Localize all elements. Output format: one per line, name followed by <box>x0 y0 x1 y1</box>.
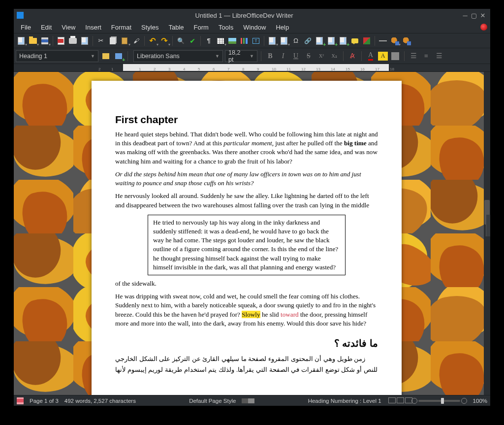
menu-view[interactable]: View <box>57 22 80 33</box>
status-heading-numbering[interactable]: Heading Numbering : Level 1 <box>308 398 381 404</box>
text-frame[interactable]: He tried to nervously tap his way along … <box>148 215 346 275</box>
menu-form[interactable]: Form <box>189 22 213 33</box>
menu-insert[interactable]: Insert <box>80 22 106 33</box>
font-color-button[interactable]: A <box>365 51 376 62</box>
minimize-button[interactable]: ─ <box>461 12 470 19</box>
body-paragraph[interactable]: Or did the steps behind him mean that on… <box>115 170 378 188</box>
menu-tools[interactable]: Tools <box>214 22 238 33</box>
insert-image-button[interactable] <box>227 35 238 46</box>
align-left-button[interactable]: ☰ <box>408 51 419 62</box>
app-window: Untitled 1 — LibreOfficeDev Writer ─ ▢ ✕… <box>14 9 490 406</box>
status-zoom[interactable]: 100% <box>473 398 487 404</box>
body-paragraph[interactable]: He was dripping with sweat now, cold and… <box>115 292 378 328</box>
font-name-value: Liberation Sans <box>137 53 212 60</box>
status-page-style[interactable]: Default Page Style <box>189 398 236 404</box>
insert-textbox-button[interactable] <box>251 35 261 46</box>
bold-button[interactable]: B <box>265 51 276 62</box>
separator <box>172 36 173 46</box>
highlighted-text: Slowly <box>242 311 260 318</box>
copy-button[interactable] <box>107 35 118 46</box>
insert-chart-button[interactable] <box>239 35 250 46</box>
track-changes-button[interactable] <box>361 35 372 46</box>
print-preview-button[interactable] <box>79 35 90 46</box>
insert-comment-button[interactable] <box>349 35 360 46</box>
insert-special-char-button[interactable]: Ω <box>290 35 301 46</box>
align-center-button[interactable]: ≡ <box>421 51 432 62</box>
italic-button[interactable]: I <box>278 51 288 62</box>
separator <box>127 51 128 61</box>
show-draw-functions-button[interactable] <box>401 35 412 46</box>
insert-cross-ref-button[interactable] <box>338 35 348 46</box>
insert-table-button[interactable] <box>215 35 226 46</box>
menu-table[interactable]: Table <box>163 22 189 33</box>
formatting-marks-button[interactable]: ¶ <box>203 35 214 46</box>
insert-line-button[interactable] <box>378 35 388 46</box>
undo-button[interactable] <box>147 35 158 46</box>
separator <box>200 36 201 46</box>
font-name-combo[interactable]: Liberation Sans ▼ <box>133 50 223 62</box>
status-language-indicator[interactable] <box>242 398 254 403</box>
status-word-count[interactable]: 492 words, 2,527 characters <box>64 398 136 404</box>
sidebar-toggle-handle[interactable] <box>486 215 490 236</box>
close-button[interactable]: ✕ <box>478 12 487 19</box>
save-status-icon[interactable] <box>17 397 24 404</box>
body-paragraph[interactable]: He heard quiet steps behind. That didn't… <box>115 130 378 166</box>
align-right-button[interactable]: ☰ <box>434 51 444 62</box>
insert-footnote-button[interactable] <box>314 35 325 46</box>
clone-formatting-button[interactable] <box>131 35 142 46</box>
menu-edit[interactable]: Edit <box>36 22 57 33</box>
underline-button[interactable]: U <box>290 51 301 62</box>
body-paragraph[interactable]: He nervously looked all around. Suddenly… <box>115 192 378 209</box>
open-button[interactable] <box>28 35 38 46</box>
update-style-button[interactable] <box>100 51 111 62</box>
highlight-color-button[interactable]: A <box>378 52 388 61</box>
subscript-button[interactable]: X₂ <box>329 51 340 62</box>
view-layout-icons[interactable] <box>387 397 412 404</box>
spellcheck-button[interactable] <box>187 35 198 46</box>
separator <box>53 36 53 46</box>
horizontal-ruler[interactable]: 2 1 1 2 3 4 5 6 7 8 9 10 11 12 13 14 15 … <box>14 64 490 72</box>
export-pdf-button[interactable] <box>56 35 66 46</box>
menu-styles[interactable]: Styles <box>136 22 163 33</box>
close-document-icon[interactable] <box>480 24 487 31</box>
menu-window[interactable]: Window <box>238 22 271 33</box>
insert-field-button[interactable] <box>279 35 289 46</box>
separator <box>375 36 375 46</box>
cut-button[interactable] <box>95 35 106 46</box>
find-replace-button[interactable] <box>175 35 186 46</box>
heading-arabic[interactable]: ما فائدته ؟ <box>115 337 378 351</box>
paste-button[interactable] <box>119 35 130 46</box>
redo-button[interactable] <box>159 35 170 46</box>
body-paragraph[interactable]: of the sidewalk. <box>115 279 378 288</box>
heading-1[interactable]: First chapter <box>115 113 378 127</box>
insert-pagebreak-button[interactable] <box>267 35 278 46</box>
separator <box>93 36 93 46</box>
chevron-down-icon: ▼ <box>250 54 254 59</box>
font-size-combo[interactable]: 18,2 pt ▼ <box>225 50 257 62</box>
document-page[interactable]: First chapter He heard quiet steps behin… <box>92 81 402 395</box>
insert-hyperlink-button[interactable] <box>302 35 313 46</box>
status-page[interactable]: Page 1 of 3 <box>30 398 59 404</box>
basic-shapes-button[interactable] <box>389 35 400 46</box>
char-background-button[interactable]: A <box>390 51 401 62</box>
menu-file[interactable]: File <box>16 22 36 33</box>
zoom-slider[interactable] <box>418 400 460 402</box>
maximize-button[interactable]: ▢ <box>470 12 478 19</box>
menu-help[interactable]: Help <box>271 22 294 33</box>
menu-format[interactable]: Format <box>106 22 136 33</box>
new-style-button[interactable] <box>113 51 124 62</box>
chevron-down-icon: ▼ <box>91 54 95 59</box>
body-paragraph-arabic[interactable]: زمن طويل وهي أن المحتوى المقروء لصفحة ما… <box>115 354 378 376</box>
separator <box>264 36 264 46</box>
superscript-button[interactable]: X² <box>316 51 327 62</box>
clear-formatting-button[interactable]: A̷ <box>347 51 358 62</box>
separator <box>404 51 405 61</box>
insert-bookmark-button[interactable] <box>326 35 337 46</box>
save-button[interactable] <box>39 35 50 46</box>
paragraph-style-combo[interactable]: Heading 1 ▼ <box>16 50 98 62</box>
app-icon <box>17 12 24 19</box>
strikethrough-button[interactable]: S <box>303 51 314 62</box>
new-button[interactable] <box>16 35 27 46</box>
print-button[interactable] <box>67 35 78 46</box>
font-size-value: 18,2 pt <box>228 49 247 63</box>
